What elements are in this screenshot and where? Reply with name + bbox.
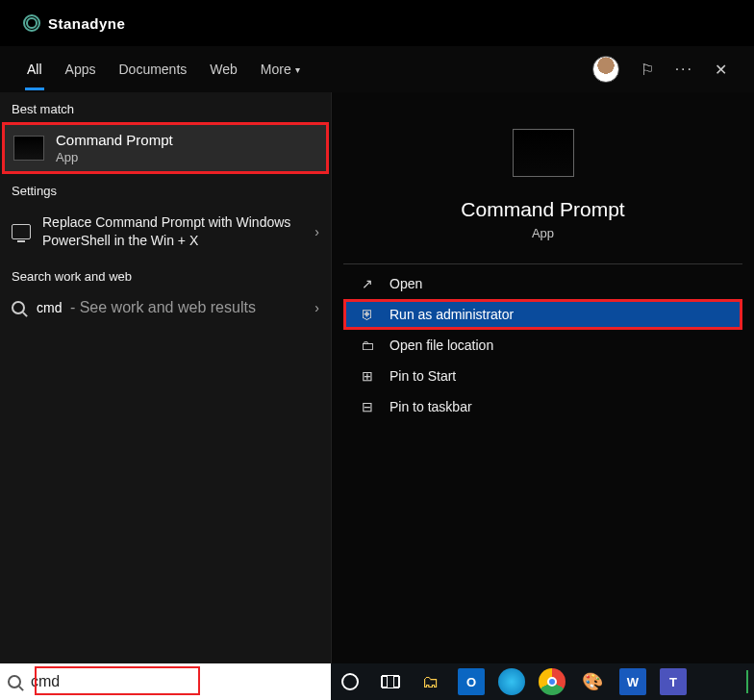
taskbar-right-edge [746, 670, 748, 693]
chrome-icon[interactable] [539, 668, 566, 695]
brand-bar: Stanadyne [0, 0, 754, 46]
file-explorer-icon[interactable]: 🗂 [417, 668, 444, 695]
settings-result-item[interactable]: Replace Command Prompt with Windows Powe… [0, 204, 331, 260]
close-button[interactable]: ✕ [715, 61, 727, 79]
action-label: Pin to taskbar [390, 399, 472, 414]
paint-icon[interactable]: 🎨 [579, 668, 606, 695]
action-icon: ⊟ [359, 399, 376, 414]
search-icon [8, 675, 21, 688]
edge-icon[interactable] [498, 668, 525, 695]
options-button[interactable]: ··· [675, 61, 693, 78]
chevron-right-icon: › [314, 300, 319, 315]
brand-logo-icon [23, 14, 40, 32]
detail-title: Command Prompt [461, 198, 624, 221]
action-label: Run as administrator [390, 307, 514, 322]
chevron-down-icon: ▾ [295, 64, 300, 75]
tab-label: All [27, 62, 42, 77]
cortana-icon[interactable] [337, 668, 364, 695]
app-thumbnail-icon [513, 129, 574, 177]
results-panel: Best match Command Prompt App Settings R… [0, 92, 331, 663]
action-open-file-location[interactable]: 🗀Open file location [343, 330, 742, 361]
tab-label: More [261, 62, 291, 77]
detail-subtitle: App [532, 226, 554, 240]
action-icon: 🗀 [359, 338, 376, 353]
search-input[interactable] [21, 673, 323, 690]
tab-label: Documents [118, 62, 187, 77]
action-open[interactable]: ↗Open [343, 268, 742, 299]
search-box[interactable] [0, 663, 331, 700]
search-tab-bar: All Apps Documents Web More▾ ⚐ ··· ✕ [0, 46, 754, 92]
action-pin-to-start[interactable]: ⊞Pin to Start [343, 361, 742, 391]
settings-label: Settings [0, 174, 331, 204]
action-icon: ⊞ [359, 368, 376, 384]
tab-all[interactable]: All [15, 46, 54, 92]
tab-documents[interactable]: Documents [107, 46, 198, 92]
action-icon: ↗ [359, 276, 376, 291]
web-hint-text: - See work and web results [70, 299, 256, 315]
tab-label: Apps [65, 62, 96, 77]
action-label: Pin to Start [390, 368, 456, 384]
tab-more[interactable]: More▾ [249, 46, 312, 92]
tab-apps[interactable]: Apps [54, 46, 108, 92]
teams-icon[interactable]: T [660, 668, 687, 695]
web-result-item[interactable]: cmd - See work and web results › [0, 289, 331, 326]
best-match-title: Command Prompt [56, 132, 173, 148]
best-match-label: Best match [0, 92, 331, 122]
action-label: Open file location [390, 338, 493, 353]
search-icon [12, 301, 25, 314]
rewards-icon[interactable]: ⚐ [641, 61, 654, 79]
search-web-label: Search work and web [0, 260, 331, 289]
web-query-text: cmd [37, 300, 62, 315]
action-label: Open [390, 276, 422, 291]
action-run-as-administrator[interactable]: ⛨Run as administrator [343, 299, 742, 330]
taskbar: 🗂 O 🎨 W T [331, 663, 754, 700]
word-icon[interactable]: W [619, 668, 646, 695]
best-match-subtitle: App [56, 150, 173, 164]
tab-label: Web [210, 62, 238, 77]
brand-name: Stanadyne [48, 15, 125, 32]
action-icon: ⛨ [359, 307, 376, 322]
separator [343, 263, 742, 264]
action-pin-to-taskbar[interactable]: ⊟Pin to taskbar [343, 391, 742, 422]
user-avatar[interactable] [592, 56, 619, 83]
settings-item-text: Replace Command Prompt with Windows Powe… [42, 213, 303, 250]
best-match-item[interactable]: Command Prompt App [2, 122, 329, 174]
tab-web[interactable]: Web [198, 46, 249, 92]
cmd-icon [13, 136, 44, 161]
outlook-icon[interactable]: O [458, 668, 485, 695]
detail-panel: Command Prompt App ↗Open⛨Run as administ… [331, 92, 754, 663]
task-view-icon[interactable] [377, 668, 404, 695]
monitor-icon [12, 224, 31, 239]
chevron-right-icon: › [314, 224, 319, 239]
